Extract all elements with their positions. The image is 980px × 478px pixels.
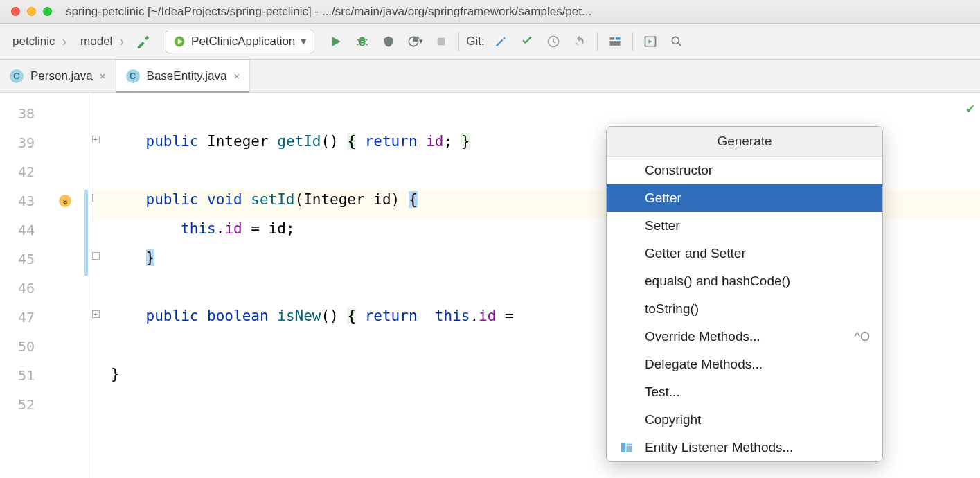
popup-item-setter[interactable]: Setter (607, 212, 882, 240)
breadcrumb-item[interactable]: model (73, 30, 131, 53)
window-controls (11, 7, 52, 16)
coverage-icon[interactable] (378, 31, 399, 52)
search-icon[interactable] (666, 31, 687, 52)
editor-tab[interactable]: C BaseEntity.java × (116, 60, 251, 92)
svg-rect-5 (621, 443, 625, 452)
close-tab-icon[interactable]: × (100, 70, 106, 82)
project-structure-icon[interactable] (605, 31, 625, 52)
run-configuration-selector[interactable]: PetClinicApplication ▾ (166, 30, 314, 53)
tab-label: Person.java (30, 69, 93, 83)
popup-item-getter[interactable]: Getter (607, 184, 882, 212)
run-config-label: PetClinicApplication (191, 35, 295, 48)
popup-item-getter-setter[interactable]: Getter and Setter (607, 240, 882, 267)
minimize-window-button[interactable] (27, 7, 36, 16)
toolbar-separator (597, 32, 598, 51)
code-line[interactable]: public boolean isNew() { return this.id … (111, 308, 514, 324)
popup-item-constructor[interactable]: Constructor (607, 157, 882, 184)
line-number: 45 (10, 251, 35, 267)
line-number: 46 (10, 280, 35, 296)
code-line[interactable]: public void setId(Integer id) { (111, 191, 418, 208)
line-number: 39 (10, 134, 35, 151)
java-class-icon: C (10, 69, 24, 83)
svg-rect-0 (438, 37, 445, 45)
intention-bulb-icon[interactable]: a (59, 195, 71, 207)
popup-item-equals-hashcode[interactable]: equals() and hashCode() (607, 267, 882, 295)
code-line[interactable]: this.id = id; (111, 220, 295, 237)
toolbar: petclinic model PetClinicApplication ▾ ▾… (0, 24, 980, 60)
line-number: 50 (10, 338, 35, 355)
line-number: 52 (10, 396, 35, 413)
close-window-button[interactable] (11, 7, 20, 16)
popup-item-delegate[interactable]: Delegate Methods... (607, 351, 882, 378)
entity-listener-icon (621, 441, 633, 454)
hammer-build-icon[interactable] (134, 31, 154, 52)
line-number: 51 (10, 367, 35, 384)
profiler-icon[interactable]: ▾ (404, 31, 425, 52)
popup-title: Generate (607, 127, 882, 157)
analysis-ok-icon[interactable]: ✔ (966, 100, 974, 116)
maximize-window-button[interactable] (43, 7, 52, 16)
code-line[interactable]: public Integer getId() { return id; } (111, 133, 470, 150)
line-number: 42 (10, 163, 35, 180)
svg-point-3 (672, 37, 679, 44)
git-history-icon[interactable] (543, 31, 564, 52)
toolbar-separator (458, 32, 459, 51)
git-rollback-icon[interactable] (569, 31, 590, 52)
git-label: Git: (466, 35, 484, 48)
code-line[interactable]: } (111, 366, 120, 382)
popup-item-test[interactable]: Test... (607, 378, 882, 406)
dropdown-icon: ▾ (301, 34, 307, 48)
keyboard-shortcut: ^O (855, 330, 870, 344)
debug-icon[interactable] (352, 31, 373, 52)
git-update-icon[interactable] (490, 31, 511, 52)
popup-item-tostring[interactable]: toString() (607, 295, 882, 323)
line-number: 47 (10, 309, 35, 326)
run-anything-icon[interactable] (640, 31, 661, 52)
java-class-icon: C (126, 69, 140, 83)
popup-item-override[interactable]: Override Methods...^O (607, 323, 882, 351)
breadcrumb-item[interactable]: petclinic (6, 30, 73, 53)
close-tab-icon[interactable]: × (233, 70, 240, 82)
line-number: 43 (10, 193, 35, 209)
tab-label: BaseEntity.java (147, 69, 227, 83)
editor-tab[interactable]: C Person.java × (0, 60, 116, 92)
popup-item-copyright[interactable]: Copyright (607, 406, 882, 434)
popup-item-entity-listener[interactable]: Entity Listener Methods... (607, 434, 882, 461)
editor-tabs: C Person.java × C BaseEntity.java × (0, 60, 980, 93)
line-number: 44 (10, 222, 35, 238)
line-number: 38 (10, 105, 35, 122)
titlebar: spring-petclinic [~/IdeaProjects/spring-… (0, 0, 980, 24)
stop-icon (431, 31, 452, 52)
generate-popup: Generate Constructor Getter Setter Gette… (606, 126, 883, 462)
gutter[interactable]: 38 39 42 43 44 45 46 47 50 51 52 a (0, 93, 93, 478)
toolbar-separator (632, 32, 633, 51)
run-icon[interactable] (326, 31, 346, 52)
window-title: spring-petclinic [~/IdeaProjects/spring-… (66, 5, 980, 19)
git-commit-icon[interactable] (517, 31, 537, 52)
code-line[interactable]: } (111, 249, 154, 266)
change-strip[interactable] (84, 190, 88, 276)
